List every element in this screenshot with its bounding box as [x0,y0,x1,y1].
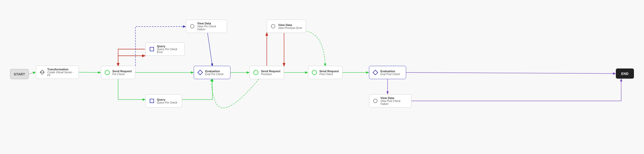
hexagon-green-icon-2 [253,70,259,75]
view-provision-error-node[interactable]: View Data View Provision Error [267,20,306,33]
view-precheck-fail-title: View Data [197,22,224,25]
view-provision-error-title: View Data [278,23,302,27]
diagram-container: START END Transformation Create Virtual … [0,0,644,154]
svg-point-13 [271,24,275,28]
eval-postcheck-subtitle: Eval Post Check [380,73,400,76]
start-label: START [14,72,25,76]
svg-line-0 [29,72,35,74]
view-postcheck-fail-title: View Data [380,96,408,100]
query-precheck-node[interactable]: Query Query Pre Check [145,94,182,108]
query-precheck-error-title: Query [157,45,181,48]
send-precheck-title: Send Request [112,70,132,73]
transformation-node[interactable]: Transformation Create Virtual Server - F… [36,66,79,79]
svg-point-12 [190,24,194,28]
end-node: END [616,69,634,79]
svg-point-19 [373,99,377,103]
square-blue-icon [149,46,155,52]
svg-marker-17 [312,70,316,75]
view-provision-error-subtitle: View Provision Error [278,27,302,29]
diamond-blue-icon-2 [372,70,378,75]
svg-rect-15 [150,99,154,103]
eval-precheck-subtitle: Eval Pre Check [205,73,224,76]
transformation-title: Transformation [47,68,75,71]
svg-marker-10 [105,70,109,75]
eval-precheck-title: Evaluation [205,70,224,73]
view-postcheck-fail-subtitle: View Post Check Failure [380,100,408,105]
send-postcheck-subtitle: Post Check [319,73,339,76]
diamond-blue-icon-1 [197,70,203,75]
view-postcheck-fail-node[interactable]: View Data View Post Check Failure [369,94,411,108]
view-precheck-fail-subtitle: View Pre Check Failure [197,25,224,31]
send-provision-title: Send Request [261,70,280,73]
eval-postcheck-node[interactable]: Evaluation Eval Post Check [369,66,406,79]
send-postcheck-title: Send Request [319,70,339,73]
svg-marker-16 [254,70,258,75]
svg-line-1 [79,72,100,72]
send-provision-node[interactable]: Send Request Provision [250,66,284,79]
query-precheck-error-subtitle: Query Pre Check Error [157,48,181,54]
query-precheck-error-node[interactable]: Query Query Pre Check Error [145,42,185,56]
query-precheck-title: Query [157,98,177,101]
send-postcheck-node[interactable]: Send Request Post Check [308,66,342,79]
transformation-subtitle: Create Virtual Server - F5 [47,71,75,77]
svg-marker-18 [373,70,378,75]
eval-postcheck-title: Evaluation [380,70,400,73]
transform-icon [39,69,45,75]
query-precheck-subtitle: Query Pre Check [157,101,177,104]
hexagon-green-icon [104,70,110,75]
end-label: END [621,72,628,76]
view-precheck-fail-node[interactable]: View Data View Pre Check Failure [186,20,227,33]
start-node: START [10,69,29,79]
eval-precheck-node[interactable]: Evaluation Eval Pre Check [194,66,230,79]
circle-gray-icon-2 [270,23,276,29]
send-precheck-subtitle: Pre Check [112,73,132,76]
svg-marker-14 [198,70,203,75]
send-provision-subtitle: Provision [261,73,280,76]
svg-line-7 [406,72,615,74]
hexagon-green-icon-3 [311,70,317,75]
circle-gray-icon-3 [372,98,378,104]
square-blue-icon-2 [149,98,155,104]
svg-rect-11 [150,47,154,51]
circle-gray-icon-1 [189,23,195,29]
send-precheck-node[interactable]: Send Request Pre Check [101,66,135,79]
